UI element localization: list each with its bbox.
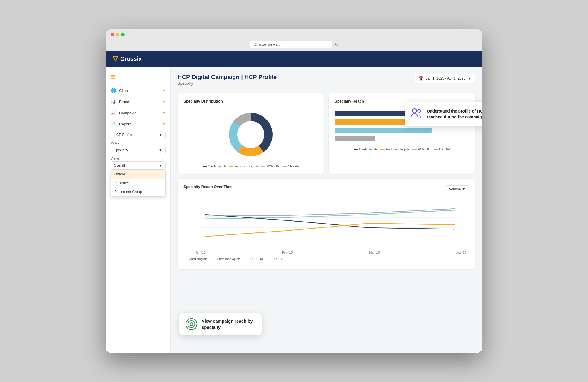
views-label: Views: [111, 157, 166, 160]
bar-pcp: [335, 128, 432, 133]
legend-cardiologists-color: [203, 166, 207, 167]
refresh-button[interactable]: ↻: [335, 42, 338, 47]
url-bar[interactable]: 🔒 www.veeva.com: [250, 41, 332, 48]
client-arrow-icon: ▼: [162, 89, 166, 92]
bar-row-pcp: [335, 128, 469, 133]
sidebar-item-campaign[interactable]: 📈 Campaign ▼: [106, 107, 170, 118]
legend-pcp: PCP / IM: [261, 165, 280, 168]
top-nav: ▽ Crossix: [106, 51, 482, 67]
views-dropdown-menu: Overall Publisher Placement Group: [111, 170, 166, 197]
legend-endocrinologists-label: Endocrinologists: [235, 165, 258, 168]
browser-window: 🔒 www.veeva.com ↻ ▽ Crossix ☰ 🌐 Client: [106, 29, 482, 353]
x-label-jan: Jan '25: [195, 251, 206, 254]
logo-text: Crossix: [120, 56, 142, 62]
logo-icon: ▽: [113, 55, 118, 63]
views-dropdown[interactable]: Overall ▼: [111, 161, 166, 170]
svg-point-7: [188, 321, 195, 328]
hcp-callout-text: Understand the profile of HCPs reached d…: [427, 108, 482, 120]
hcp-people-icon: [410, 107, 423, 120]
hcp-callout: Understand the profile of HCPs reached d…: [405, 102, 482, 126]
close-button[interactable]: [111, 33, 114, 36]
legend-nppa-color: [283, 166, 287, 167]
legend-endocrinologists-color: [229, 166, 233, 167]
line-legend-endocrinologists-label: Endocrinologists: [217, 257, 241, 261]
bar-legend-nppa-color: [434, 149, 438, 150]
page-subtitle: Specialty: [178, 81, 277, 86]
legend-nppa-label: NP / PA: [288, 165, 299, 168]
legend-cardiologists: Cardiologists: [203, 165, 227, 168]
x-label-feb: Feb '25: [282, 251, 293, 254]
donut-center: [238, 122, 263, 147]
header-row: HCP Digital Campaign | HCP Profile Speci…: [178, 74, 475, 87]
sidebar-brand-label: Brand: [119, 100, 129, 104]
brand-arrow-icon: ▼: [162, 100, 166, 103]
globe-icon: 🌐: [111, 88, 116, 93]
date-dropdown-arrow: ▼: [468, 76, 471, 81]
volume-button[interactable]: Volume ▼: [445, 185, 469, 193]
line-legend-pcp-label: PCP / IM: [250, 257, 263, 261]
line-legend-endocrinologists-color: [212, 259, 216, 259]
hcp-callout-icon: [410, 107, 423, 122]
line-legend-cardiologists-label: Cardiologists: [189, 257, 208, 261]
report-dropdown[interactable]: HCP Profile ▼: [111, 131, 166, 139]
legend-endocrinologists: Endocrinologists: [229, 165, 258, 168]
line-endocrinologists: [205, 223, 455, 237]
line-legend-nppa: NP / PA: [267, 257, 283, 261]
legend-pcp-color: [261, 166, 265, 167]
line-legend-cardiologists-color: [183, 259, 188, 259]
bar-legend-pcp: PCP / IM: [412, 148, 431, 151]
donut-chart-container: Cardiologists Endocrinologists PCP / IM: [183, 108, 318, 168]
legend-nppa: NP / PA: [283, 165, 299, 168]
report-dropdown-arrow: ▼: [159, 133, 162, 137]
bar-legend-cardiologists-color: [354, 149, 358, 150]
minimize-button[interactable]: [116, 33, 119, 36]
bar-legend-endocrinologists-label: Endocrinologists: [386, 148, 410, 151]
views-dropdown-value: Overall: [114, 163, 125, 167]
bar-legend-endocrinologists-color: [380, 149, 385, 150]
bottom-callout-text: View campaign reach by specialty: [202, 318, 256, 330]
line-chart-svg: [183, 201, 469, 248]
app-container: ▽ Crossix ☰ 🌐 Client ▼ 📊: [106, 51, 482, 353]
metric-dropdown-value: Specialty: [114, 148, 128, 152]
sidebar-item-brand[interactable]: 📊 Brand ▼: [106, 96, 170, 107]
date-picker[interactable]: 📅 Jan 1, 2025 - Apr 1, 2025 ▼: [415, 74, 475, 83]
views-option-publisher[interactable]: Publisher: [111, 179, 165, 187]
legend-pcp-label: PCP / IM: [267, 165, 280, 168]
views-dropdown-arrow: ▼: [159, 163, 162, 167]
campaign-arrow-icon: ▼: [162, 111, 166, 115]
browser-bar: 🔒 www.veeva.com ↻: [111, 41, 477, 48]
legend-cardiologists-label: Cardiologists: [208, 165, 227, 168]
sidebar-campaign-label: Campaign: [119, 111, 136, 115]
calendar-icon: 📅: [418, 76, 423, 81]
over-time-title: Specialty Reach Over Time: [183, 185, 233, 189]
line-legend-pcp-color: [245, 259, 249, 259]
brand-icon: 📊: [111, 99, 116, 104]
volume-arrow: ▼: [462, 187, 465, 191]
bottom-callout: View campaign reach by specialty: [179, 313, 262, 335]
browser-chrome: 🔒 www.veeva.com ↻: [106, 29, 482, 51]
views-option-overall[interactable]: Overall: [111, 170, 165, 179]
donut-legend: Cardiologists Endocrinologists PCP / IM: [203, 165, 299, 168]
sidebar-item-report[interactable]: 📄 Report ▼: [106, 118, 170, 130]
page-title: HCP Digital Campaign | HCP Profile: [178, 74, 277, 81]
line-legend-cardiologists: Cardiologists: [183, 257, 208, 261]
sidebar-report-label: Report: [119, 122, 131, 126]
svg-point-6: [186, 319, 197, 330]
metric-label: Metric: [111, 141, 166, 145]
specialty-distribution-card: Specialty Distribution: [178, 93, 324, 174]
line-legend-pcp: PCP / IM: [245, 257, 263, 261]
bar-legend-nppa: NP / PA: [434, 148, 450, 151]
line-legend-endocrinologists: Endocrinologists: [212, 257, 241, 261]
metric-dropdown[interactable]: Specialty ▼: [111, 146, 166, 154]
sidebar-item-client[interactable]: 🌐 Client ▼: [106, 85, 170, 96]
hamburger-menu[interactable]: ☰: [106, 71, 170, 85]
svg-point-8: [190, 323, 193, 326]
views-dropdown-container: Overall ▼ Overall Publisher Placement Gr…: [111, 161, 166, 170]
views-option-placement[interactable]: Placement Group: [111, 187, 165, 196]
line-legend-nppa-color: [267, 259, 271, 259]
bar-legend-nppa-label: NP / PA: [439, 148, 450, 151]
report-sub-section: HCP Profile ▼ Metric Specialty ▼ Views O…: [106, 130, 170, 173]
campaign-icon: 📈: [111, 110, 116, 115]
maximize-button[interactable]: [121, 33, 125, 36]
bar-legend-cardiologists: Cardiologists: [354, 148, 378, 151]
